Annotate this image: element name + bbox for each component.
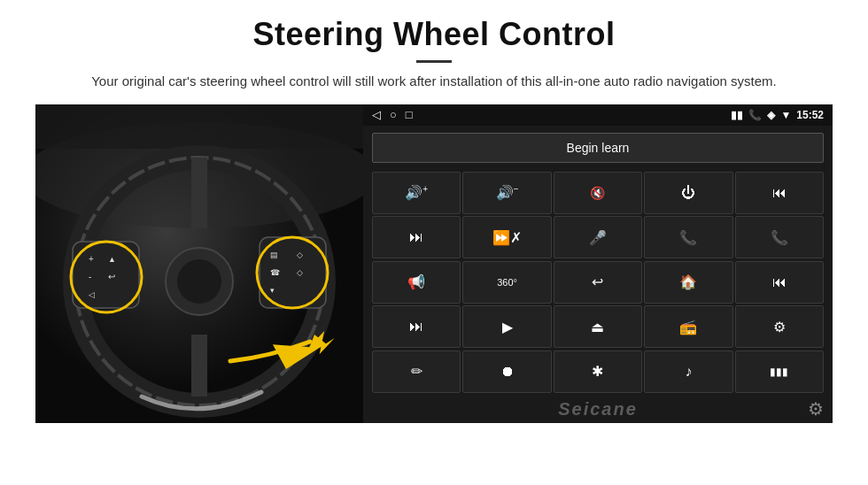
headunit-ui: ◁ ○ □ ▮▮ 📞 ◈ ▼ 15:52 Begin learn [363, 104, 833, 423]
eq-button[interactable]: ⚙ [735, 305, 824, 348]
prev-track-button[interactable]: ⏮ [735, 172, 824, 214]
end-call-icon: 📞 [771, 229, 788, 246]
page-title: Steering Wheel Control [35, 16, 833, 53]
brand-name: Seicane [558, 399, 638, 419]
eq-icon: ⚙ [773, 319, 786, 335]
vol-down-icon: 🔊− [496, 184, 519, 201]
mute-button[interactable]: 🔇 [554, 172, 642, 214]
controls-grid: 🔊+ 🔊− 🔇 ⏻ ⏮ ⏭ ⏩✗ [363, 170, 833, 396]
rew-icon: ⏮ [772, 274, 787, 290]
spectrum-button[interactable]: ▮▮▮ [735, 350, 824, 393]
eject-button[interactable]: ⏏ [554, 305, 642, 348]
end-call-button[interactable]: 📞 [735, 216, 824, 258]
nav-icons: ◁ ○ □ [372, 108, 413, 121]
back-button[interactable]: ↩ [554, 261, 642, 304]
svg-text:▤: ▤ [270, 250, 278, 259]
sw-container: + ▲ - ↩ ◁ ▤ ◇ ☎ ◇ ▾ [35, 104, 363, 423]
radio-icon: 📻 [679, 319, 697, 335]
svg-text:☎: ☎ [270, 268, 280, 277]
disc-button[interactable]: ⏺ [462, 350, 551, 393]
home-icon: 🏠 [679, 273, 697, 290]
vol-up-icon: 🔊+ [405, 184, 428, 201]
fast-fwd-button[interactable]: ⏩✗ [462, 216, 551, 258]
vol-down-button[interactable]: 🔊− [462, 172, 551, 214]
subtitle: Your original car's steering wheel contr… [71, 72, 797, 92]
power-icon: ⏻ [681, 185, 695, 201]
title-section: Steering Wheel Control Your original car… [35, 16, 833, 92]
eject-icon: ⏏ [591, 319, 604, 335]
call-button[interactable]: 📞 [644, 216, 732, 258]
bluetooth-button[interactable]: ✱ [554, 350, 642, 393]
ff-button[interactable]: ⏭ [372, 305, 461, 348]
spectrum-icon: ▮▮▮ [770, 366, 788, 378]
back-icon: ↩ [592, 273, 603, 290]
settings-icon[interactable]: ⚙ [808, 398, 824, 420]
mic-button[interactable]: 🎤 [554, 216, 642, 258]
signal-icon: ▮▮ [731, 109, 743, 121]
disc-icon: ⏺ [500, 364, 515, 380]
svg-text:▾: ▾ [270, 286, 275, 295]
radio-button[interactable]: 📻 [644, 305, 732, 348]
nav-home-icon[interactable]: ○ [390, 108, 397, 121]
mute-icon: 🔇 [590, 186, 605, 200]
music-button[interactable]: ♪ [644, 350, 732, 393]
wifi-icon: ▼ [780, 109, 791, 121]
vol-up-button[interactable]: 🔊+ [372, 172, 461, 214]
edit-button[interactable]: ✏ [372, 350, 461, 393]
begin-learn-button[interactable]: Begin learn [372, 133, 824, 163]
cam360-button[interactable]: 360° [462, 261, 551, 304]
clock: 15:52 [796, 109, 824, 121]
location-icon: ◈ [767, 109, 775, 121]
status-right: ▮▮ 📞 ◈ ▼ 15:52 [731, 109, 824, 121]
cam360-icon: 360° [497, 277, 517, 288]
next-button[interactable]: ⏭ [372, 216, 461, 258]
music-icon: ♪ [685, 364, 692, 380]
nav-back-icon[interactable]: ◁ [372, 108, 381, 121]
bluetooth-icon: ✱ [592, 363, 603, 380]
page-container: Steering Wheel Control Your original car… [0, 0, 868, 423]
edit-icon: ✏ [411, 363, 422, 380]
call-icon: 📞 [679, 229, 697, 246]
horn-icon: 📢 [407, 273, 425, 290]
mic-icon: 🎤 [589, 229, 607, 246]
steering-wheel-svg: + ▲ - ↩ ◁ ▤ ◇ ☎ ◇ ▾ [35, 104, 363, 423]
power-button[interactable]: ⏻ [644, 172, 732, 214]
svg-point-10 [177, 259, 221, 304]
horn-button[interactable]: 📢 [372, 261, 461, 304]
svg-text:+: + [89, 254, 94, 264]
svg-text:↩: ↩ [108, 272, 115, 281]
next-icon: ⏭ [409, 229, 423, 245]
prev-track-icon: ⏮ [772, 185, 787, 201]
nav-icon: ▶ [502, 319, 513, 335]
status-bar: ◁ ○ □ ▮▮ 📞 ◈ ▼ 15:52 [363, 104, 833, 126]
nav-recent-icon[interactable]: □ [406, 108, 413, 121]
svg-text:◇: ◇ [297, 250, 303, 259]
nav-button[interactable]: ▶ [462, 305, 551, 348]
ff-icon: ⏭ [409, 319, 423, 335]
home-button[interactable]: 🏠 [644, 261, 732, 304]
svg-rect-2 [35, 104, 363, 149]
svg-text:▲: ▲ [108, 255, 116, 264]
begin-learn-row: Begin learn [363, 126, 833, 170]
svg-text:◇: ◇ [297, 268, 303, 277]
content-area: + ▲ - ↩ ◁ ▤ ◇ ☎ ◇ ▾ [35, 104, 833, 423]
svg-text:◁: ◁ [89, 290, 95, 299]
brand-bar: Seicane ⚙ [363, 396, 833, 423]
svg-text:-: - [89, 272, 91, 281]
steering-wheel-photo: + ▲ - ↩ ◁ ▤ ◇ ☎ ◇ ▾ [35, 104, 363, 423]
fast-fwd-icon: ⏩✗ [492, 229, 522, 246]
phone-status-icon: 📞 [748, 109, 762, 121]
title-divider [416, 60, 452, 63]
rew-button[interactable]: ⏮ [735, 261, 824, 304]
